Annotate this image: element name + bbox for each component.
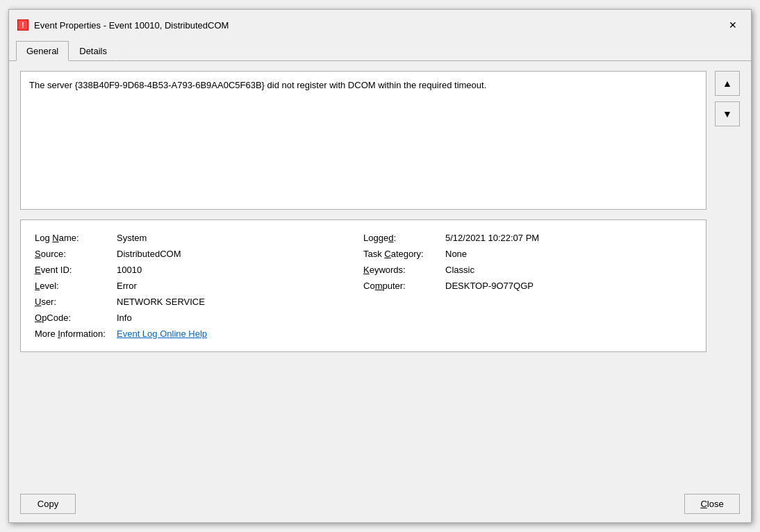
dialog-title: Event Properties - Event 10010, Distribu…: [34, 20, 723, 31]
task-category-label: Task Category:: [363, 249, 440, 259]
keywords-row: Keywords: Classic: [363, 262, 692, 278]
event-log-online-help-link[interactable]: Event Log Online Help: [117, 329, 207, 339]
opcode-row: OpCode: Info: [35, 310, 363, 326]
more-info-row: More Information: Event Log Online Help: [35, 326, 363, 342]
copy-button[interactable]: Copy: [20, 494, 76, 514]
user-row: User: NETWORK SERVICE: [35, 294, 363, 310]
event-id-row: Event ID: 10010: [35, 262, 363, 278]
opcode-label: OpCode:: [35, 313, 111, 323]
logged-label: Logged:: [363, 233, 440, 243]
level-row: Level: Error: [35, 278, 363, 294]
user-label: User:: [35, 297, 111, 307]
dialog-icon: !: [17, 19, 28, 31]
event-id-label: Event ID:: [35, 265, 111, 275]
event-properties-dialog: ! Event Properties - Event 10010, Distri…: [8, 9, 752, 523]
level-label: Level:: [35, 281, 111, 291]
source-label: Source:: [35, 249, 111, 259]
info-grid: Log Name: System Source: DistributedCOM …: [20, 219, 707, 352]
title-bar: ! Event Properties - Event 10010, Distri…: [9, 10, 751, 40]
computer-label: Computer:: [363, 281, 440, 291]
source-row: Source: DistributedCOM: [35, 246, 363, 262]
svg-text:!: !: [22, 22, 24, 29]
event-id-value: 10010: [117, 265, 142, 275]
user-value: NETWORK SERVICE: [117, 297, 205, 307]
opcode-value: Info: [117, 313, 132, 323]
close-label-text: lose: [707, 499, 724, 509]
more-info-label: More Information:: [35, 329, 111, 339]
logged-value: 5/12/2021 10:22:07 PM: [445, 233, 539, 243]
tab-general[interactable]: General: [16, 41, 69, 61]
tab-bar: General Details: [9, 40, 751, 61]
close-icon[interactable]: ✕: [723, 15, 743, 35]
computer-row: Computer: DESKTOP-9O77QGP: [363, 278, 692, 294]
content-area: The server {338B40F9-9D68-4B53-A793-6B9A…: [9, 61, 751, 485]
nav-buttons: ▲ ▼: [715, 71, 740, 476]
logged-row: Logged: 5/12/2021 10:22:07 PM: [363, 230, 692, 246]
task-category-row: Task Category: None: [363, 246, 692, 262]
computer-value: DESKTOP-9O77QGP: [445, 281, 534, 291]
main-panel: The server {338B40F9-9D68-4B53-A793-6B9A…: [20, 71, 707, 476]
log-name-row: Log Name: System: [35, 230, 363, 246]
info-right-column: Logged: 5/12/2021 10:22:07 PM Task Categ…: [363, 230, 692, 342]
level-value: Error: [117, 281, 137, 291]
task-category-value: None: [445, 249, 467, 259]
footer: Copy Close: [9, 485, 751, 522]
log-name-value: System: [117, 233, 147, 243]
keywords-value: Classic: [445, 265, 474, 275]
source-value: DistributedCOM: [117, 249, 181, 259]
log-name-label: Log Name:: [35, 233, 111, 243]
close-button[interactable]: Close: [684, 494, 740, 514]
nav-down-button[interactable]: ▼: [715, 101, 740, 126]
nav-up-button[interactable]: ▲: [715, 71, 740, 96]
tab-details[interactable]: Details: [69, 41, 117, 61]
message-text: The server {338B40F9-9D68-4B53-A793-6B9A…: [29, 80, 486, 90]
message-box[interactable]: The server {338B40F9-9D68-4B53-A793-6B9A…: [20, 71, 707, 210]
info-left-column: Log Name: System Source: DistributedCOM …: [35, 230, 363, 342]
keywords-label: Keywords:: [363, 265, 440, 275]
